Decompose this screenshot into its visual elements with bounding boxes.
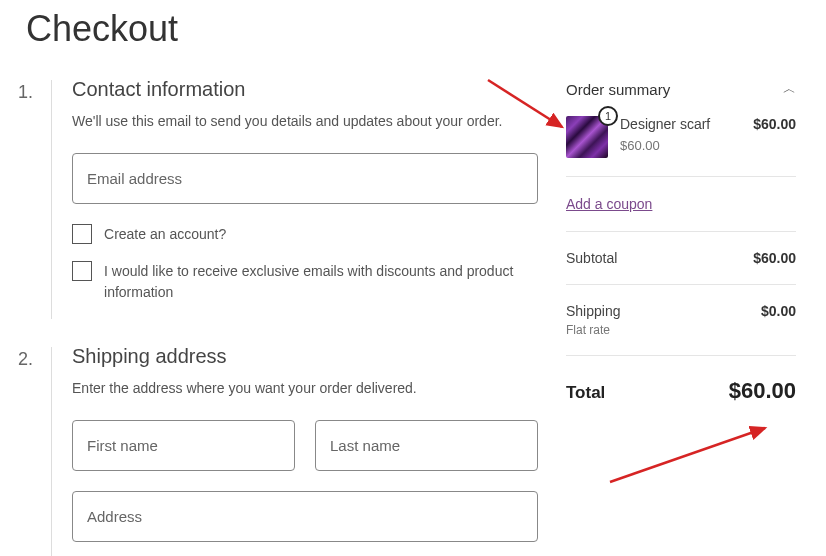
summary-toggle[interactable]: Order summary ︿: [566, 80, 796, 112]
shipping-row: Shipping Flat rate $0.00: [566, 285, 796, 356]
quantity-badge: 1: [598, 106, 618, 126]
shipping-value: $0.00: [761, 303, 796, 337]
page-title: Checkout: [0, 0, 826, 50]
subtotal-row: Subtotal $60.00: [566, 232, 796, 285]
step-number-2: 2.: [18, 347, 33, 556]
subscribe-label: I would like to receive exclusive emails…: [104, 261, 538, 303]
order-summary: Order summary ︿ 1 Designer scarf $60.00 …: [566, 80, 796, 556]
total-row: Total $60.00: [566, 356, 796, 414]
contact-step: 1. Contact information We'll use this em…: [18, 80, 538, 319]
cart-line-item: 1 Designer scarf $60.00 $60.00: [566, 112, 796, 177]
summary-title: Order summary: [566, 81, 670, 98]
subtotal-value: $60.00: [753, 250, 796, 266]
subscribe-checkbox[interactable]: [72, 261, 92, 281]
contact-heading: Contact information: [52, 78, 538, 101]
shipping-description: Enter the address where you want your or…: [72, 380, 538, 396]
first-name-field[interactable]: [72, 420, 295, 471]
email-field[interactable]: [72, 153, 538, 204]
shipping-heading: Shipping address: [52, 345, 538, 368]
item-unit-price: $60.00: [620, 138, 741, 153]
shipping-label: Shipping: [566, 303, 621, 319]
address-field[interactable]: [72, 491, 538, 542]
item-name: Designer scarf: [620, 116, 741, 132]
add-coupon-link[interactable]: Add a coupon: [566, 196, 652, 212]
product-thumbnail: 1: [566, 116, 608, 158]
item-line-total: $60.00: [753, 116, 796, 132]
chevron-up-icon: ︿: [783, 80, 796, 98]
create-account-checkbox[interactable]: [72, 224, 92, 244]
shipping-method: Flat rate: [566, 323, 621, 337]
step-number-1: 1.: [18, 80, 33, 319]
checkout-form: 1. Contact information We'll use this em…: [18, 80, 538, 556]
subtotal-label: Subtotal: [566, 250, 617, 266]
last-name-field[interactable]: [315, 420, 538, 471]
total-label: Total: [566, 383, 605, 403]
contact-description: We'll use this email to send you details…: [72, 113, 538, 129]
create-account-label: Create an account?: [104, 224, 226, 245]
total-value: $60.00: [729, 378, 796, 404]
shipping-step: 2. Shipping address Enter the address wh…: [18, 347, 538, 556]
